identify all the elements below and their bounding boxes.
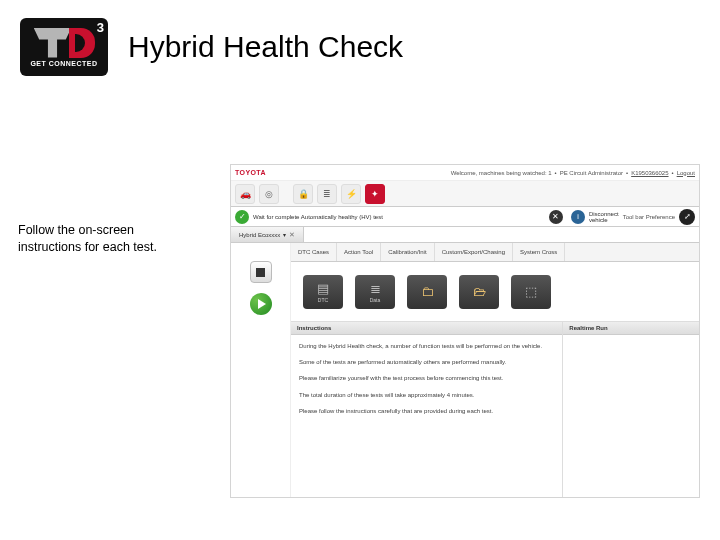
func-folder[interactable]: 🗀 [407,275,447,309]
slide-instruction: Follow the on-screen instructions for ea… [18,222,193,256]
user-id-link[interactable]: K1950366025 [631,170,668,176]
logo-3-sup: 3 [97,20,104,35]
instr-line-2: Some of the tests are performed automati… [299,357,554,367]
app-top-bar: TOYOTA Welcome, machines being watched: … [231,165,699,181]
toolbar-bolt-icon[interactable]: ⚡ [341,184,361,204]
disconnect-label: Disconnect vehicle [589,211,619,223]
toolbar-vehicle-icon[interactable]: 🚗 [235,184,255,204]
page-title: Hybrid Health Check [128,30,403,64]
cat-system[interactable]: System Cross [513,243,565,261]
play-icon [258,299,266,309]
instr-line-1: During the Hybrid Health check, a number… [299,341,554,351]
vehicles-watched: Welcome, machines being watched: 1 [451,170,552,176]
toolbar-steering-icon[interactable]: ◎ [259,184,279,204]
top-right-info: Welcome, machines being watched: 1 • PE … [451,170,695,176]
toolbar: 🚗 ◎ 🔒 ≣ ⚡ ✦ [231,181,699,207]
realtime-panel: Realtime Run [563,322,699,497]
instr-line-5: Please follow the instructions carefully… [299,406,554,416]
instructions-body: During the Hybrid Health check, a number… [291,335,562,428]
toolbar-lock-icon[interactable]: 🔒 [293,184,313,204]
toolbar-alert-icon[interactable]: ✦ [365,184,385,204]
func-dtc[interactable]: ▤DTC [303,275,343,309]
realtime-body [563,335,699,347]
function-icon-row: ▤DTC ≣Data 🗀 🗁 ⬚ [291,262,699,322]
user-role: PE Circuit Administrator [560,170,623,176]
session-tabs: Hybrid Ecoxxxx ▾ ✕ [231,227,699,243]
td3-logo: 3 GET CONNECTED [20,18,108,76]
toolbar-pref-label: Tool bar Preference [623,214,675,220]
logo-d-glyph [69,28,95,58]
status-check-icon: ✓ [235,210,249,224]
func-data[interactable]: ≣Data [355,275,395,309]
tab-hybrid[interactable]: Hybrid Ecoxxxx ▾ ✕ [231,227,304,242]
tab-close-icon[interactable]: ✕ [289,231,295,239]
toolbar-chart-icon[interactable]: ≣ [317,184,337,204]
chevron-down-icon: ▾ [283,231,286,238]
brand-label: TOYOTA [235,169,266,176]
tab-label: Hybrid Ecoxxxx [239,232,280,238]
stop-icon [256,268,265,277]
logo-t-glyph [34,28,72,58]
cat-calibration[interactable]: Calibration/Init [381,243,434,261]
control-column [231,243,291,497]
instr-line-4: The total duration of these tests will t… [299,390,554,400]
func-other[interactable]: ⬚ [511,275,551,309]
app-window: TOYOTA Welcome, machines being watched: … [230,164,700,498]
func-utility[interactable]: 🗁 [459,275,499,309]
realtime-header: Realtime Run [563,322,699,335]
logo-subtext: GET CONNECTED [30,60,97,67]
instr-line-3: Please familiarize yourself with the tes… [299,373,554,383]
info-icon[interactable]: i [571,210,585,224]
notice-bar: ✓ Wait for complete Automatically health… [231,207,699,227]
notice-text: Wait for complete Automatically healthy … [253,214,545,220]
stop-button[interactable] [250,261,272,283]
cat-custom[interactable]: Custom/Export/Chasing [435,243,513,261]
cat-action[interactable]: Action Tool [337,243,381,261]
expand-icon[interactable]: ⤢ [679,209,695,225]
instructions-header: Instructions [291,322,562,335]
instructions-panel: Instructions During the Hybrid Health ch… [291,322,563,497]
logout-link[interactable]: Logout [677,170,695,176]
notice-close-icon[interactable]: ✕ [549,210,563,224]
cat-dtc[interactable]: DTC Cases [291,243,337,261]
category-tabs: DTC Cases Action Tool Calibration/Init C… [291,243,699,262]
play-button[interactable] [250,293,272,315]
